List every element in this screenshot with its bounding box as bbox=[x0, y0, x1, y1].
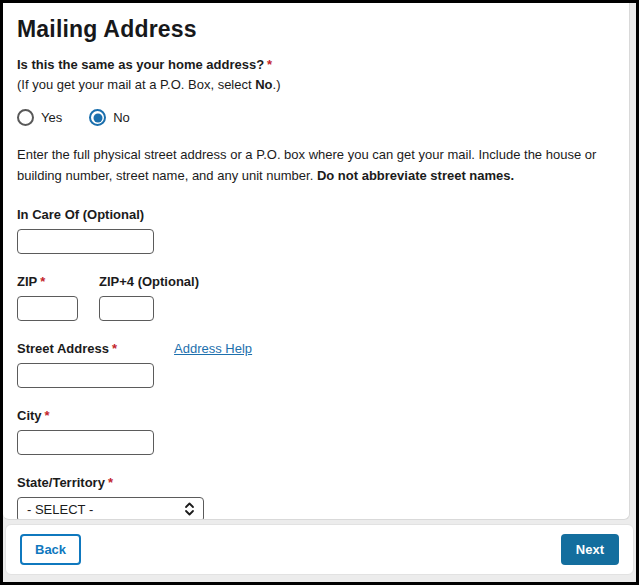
form-navigation-footer: Back Next bbox=[5, 524, 634, 575]
radio-label-yes: Yes bbox=[41, 110, 62, 125]
zip-input[interactable] bbox=[17, 296, 78, 321]
question-hint: (If you get your mail at a P.O. Box, sel… bbox=[17, 77, 613, 92]
field-city: City* bbox=[17, 408, 613, 455]
address-instructions: Enter the full physical street address o… bbox=[17, 145, 613, 187]
required-asterisk: * bbox=[108, 475, 113, 490]
in-care-of-input[interactable] bbox=[17, 229, 154, 254]
radio-option-yes[interactable]: Yes bbox=[17, 109, 62, 126]
back-button[interactable]: Back bbox=[20, 534, 81, 565]
required-asterisk: * bbox=[40, 274, 45, 289]
radio-icon-selected[interactable] bbox=[89, 109, 106, 126]
page-title: Mailing Address bbox=[17, 16, 613, 43]
in-care-of-label: In Care Of (Optional) bbox=[17, 207, 613, 222]
zip-label: ZIP* bbox=[17, 274, 78, 289]
state-territory-selected-value: - SELECT - bbox=[27, 502, 93, 517]
city-label: City* bbox=[17, 408, 613, 423]
state-territory-label: State/Territory* bbox=[17, 475, 613, 490]
radio-group-same-address: Yes No bbox=[17, 109, 613, 126]
field-zip4: ZIP+4 (Optional) bbox=[99, 274, 199, 321]
zip4-label: ZIP+4 (Optional) bbox=[99, 274, 199, 289]
street-address-label: Street Address* bbox=[17, 341, 117, 356]
field-street-address: Street Address* Address Help bbox=[17, 341, 613, 388]
required-asterisk: * bbox=[112, 341, 117, 356]
required-asterisk: * bbox=[267, 57, 272, 72]
required-asterisk: * bbox=[45, 408, 50, 423]
radio-label-no: No bbox=[113, 110, 130, 125]
next-button[interactable]: Next bbox=[561, 534, 619, 565]
radio-icon-unselected[interactable] bbox=[17, 109, 34, 126]
state-territory-select[interactable]: - SELECT - bbox=[17, 497, 204, 520]
mailing-address-form: Mailing Address Is this the same as your… bbox=[3, 3, 630, 520]
radio-option-no[interactable]: No bbox=[89, 109, 130, 126]
zip4-input[interactable] bbox=[99, 296, 154, 321]
street-address-label-row: Street Address* Address Help bbox=[17, 341, 613, 356]
field-zip: ZIP* bbox=[17, 274, 78, 321]
city-input[interactable] bbox=[17, 430, 154, 455]
question-label: Is this the same as your home address?* bbox=[17, 57, 613, 72]
street-address-input[interactable] bbox=[17, 363, 154, 388]
home-address-question: Is this the same as your home address?* … bbox=[17, 57, 613, 126]
zip-row: ZIP* ZIP+4 (Optional) bbox=[17, 274, 613, 321]
field-state-territory: State/Territory* - SELECT - bbox=[17, 475, 613, 520]
chevron-up-down-icon bbox=[184, 501, 195, 517]
field-in-care-of: In Care Of (Optional) bbox=[17, 207, 613, 254]
address-help-link[interactable]: Address Help bbox=[174, 341, 252, 356]
